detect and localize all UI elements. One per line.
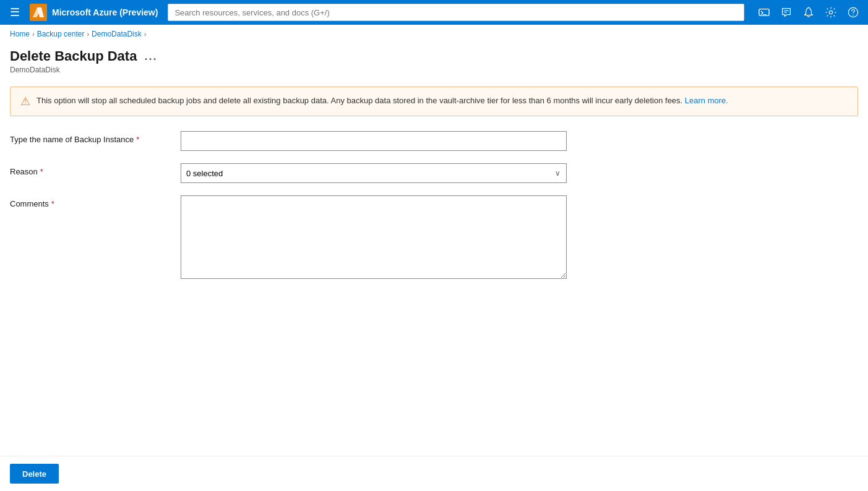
required-star-reason: * bbox=[40, 167, 43, 176]
breadcrumb-sep-3: › bbox=[144, 30, 147, 38]
learn-more-link[interactable]: Learn more. bbox=[685, 96, 728, 105]
page-subtitle: DemoDataDisk bbox=[10, 66, 858, 74]
breadcrumb-demo-data-disk[interactable]: DemoDataDisk bbox=[92, 30, 142, 38]
warning-text: This option will stop all scheduled back… bbox=[37, 95, 728, 107]
settings-button[interactable] bbox=[821, 2, 841, 22]
hamburger-icon: ☰ bbox=[10, 6, 20, 19]
warning-banner: ⚠ This option will stop all scheduled ba… bbox=[10, 87, 858, 116]
breadcrumb-home[interactable]: Home bbox=[10, 30, 30, 38]
page-title: Delete Backup Data bbox=[10, 48, 137, 64]
comments-label: Comments * bbox=[10, 195, 171, 208]
help-button[interactable] bbox=[843, 2, 863, 22]
svg-point-8 bbox=[853, 15, 853, 15]
cloud-shell-button[interactable] bbox=[754, 2, 774, 22]
form-container: Type the name of Backup Instance * Reaso… bbox=[10, 131, 567, 279]
notifications-button[interactable] bbox=[799, 2, 819, 22]
breadcrumb-sep-2: › bbox=[87, 30, 89, 38]
breadcrumb: Home › Backup center › DemoDataDisk › bbox=[0, 25, 868, 43]
reason-select-wrapper: 0 selected ∨ bbox=[181, 163, 567, 183]
warning-icon: ⚠ bbox=[20, 95, 30, 108]
topbar-actions bbox=[754, 2, 863, 22]
breadcrumb-sep-1: › bbox=[32, 30, 35, 38]
reason-label: Reason * bbox=[10, 163, 171, 176]
comments-row: Comments * bbox=[10, 195, 567, 279]
delete-button[interactable]: Delete bbox=[10, 464, 59, 484]
reason-select[interactable]: 0 selected bbox=[181, 163, 567, 183]
required-star-comments: * bbox=[51, 199, 54, 208]
hamburger-menu-button[interactable]: ☰ bbox=[5, 3, 25, 22]
breadcrumb-backup-center[interactable]: Backup center bbox=[37, 30, 85, 38]
reason-row: Reason * 0 selected ∨ bbox=[10, 163, 567, 183]
required-star-instance: * bbox=[136, 135, 139, 144]
app-title: Microsoft Azure (Preview) bbox=[52, 7, 158, 17]
search-bar[interactable] bbox=[168, 4, 744, 21]
comments-textarea[interactable] bbox=[181, 195, 567, 279]
search-input[interactable] bbox=[168, 4, 744, 21]
azure-logo bbox=[30, 4, 47, 21]
footer: Delete bbox=[0, 456, 868, 491]
topbar: ☰ Microsoft Azure (Preview) bbox=[0, 0, 868, 25]
svg-point-6 bbox=[829, 11, 832, 14]
page-menu-button[interactable]: ... bbox=[144, 50, 157, 63]
instance-name-label: Type the name of Backup Instance * bbox=[10, 131, 171, 144]
page-header: Delete Backup Data ... DemoDataDisk bbox=[0, 43, 868, 77]
content-area: ⚠ This option will stop all scheduled ba… bbox=[0, 77, 868, 456]
instance-name-input[interactable] bbox=[181, 131, 567, 151]
feedback-button[interactable] bbox=[776, 2, 796, 22]
instance-name-row: Type the name of Backup Instance * bbox=[10, 131, 567, 151]
main-container: Home › Backup center › DemoDataDisk › De… bbox=[0, 25, 868, 491]
